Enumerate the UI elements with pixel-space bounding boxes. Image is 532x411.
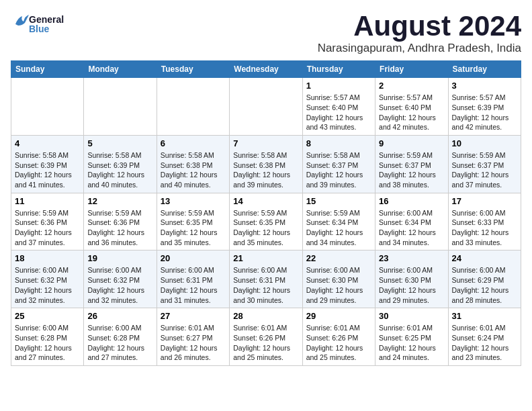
calendar-cell: 24Sunrise: 6:00 AMSunset: 6:29 PMDayligh…	[448, 250, 521, 308]
calendar-cell: 5Sunrise: 5:58 AMSunset: 6:39 PMDaylight…	[84, 135, 157, 193]
day-info: Sunrise: 6:01 AMSunset: 6:24 PMDaylight:…	[452, 323, 517, 363]
weekday-header-saturday: Saturday	[448, 61, 521, 78]
calendar-cell: 30Sunrise: 6:01 AMSunset: 6:25 PMDayligh…	[375, 308, 448, 366]
day-info: Sunrise: 5:59 AMSunset: 6:36 PMDaylight:…	[87, 208, 152, 248]
day-info: Sunrise: 5:59 AMSunset: 6:34 PMDaylight:…	[306, 208, 371, 248]
calendar-cell: 29Sunrise: 6:01 AMSunset: 6:26 PMDayligh…	[302, 308, 375, 366]
day-number: 12	[87, 196, 152, 206]
day-info: Sunrise: 5:59 AMSunset: 6:37 PMDaylight:…	[452, 150, 517, 190]
day-info: Sunrise: 6:01 AMSunset: 6:26 PMDaylight:…	[233, 323, 298, 363]
calendar-cell: 27Sunrise: 6:01 AMSunset: 6:27 PMDayligh…	[157, 308, 229, 366]
day-info: Sunrise: 6:00 AMSunset: 6:33 PMDaylight:…	[452, 208, 517, 248]
weekday-header-friday: Friday	[375, 61, 448, 78]
calendar-week-1: 1Sunrise: 5:57 AMSunset: 6:40 PMDaylight…	[11, 78, 521, 136]
day-number: 5	[87, 138, 152, 148]
day-info: Sunrise: 6:01 AMSunset: 6:25 PMDaylight:…	[379, 323, 444, 363]
weekday-header-monday: Monday	[84, 61, 157, 78]
day-number: 25	[15, 311, 80, 321]
day-number: 4	[15, 138, 80, 148]
logo-svg: GeneralBlue	[11, 11, 71, 41]
calendar-table: SundayMondayTuesdayWednesdayThursdayFrid…	[11, 60, 521, 366]
day-number: 29	[306, 311, 371, 321]
day-number: 31	[452, 311, 517, 321]
calendar-week-5: 25Sunrise: 6:00 AMSunset: 6:28 PMDayligh…	[11, 308, 521, 366]
logo: GeneralBlue	[11, 11, 71, 41]
day-number: 8	[306, 138, 371, 148]
day-info: Sunrise: 6:00 AMSunset: 6:34 PMDaylight:…	[379, 208, 444, 248]
day-info: Sunrise: 6:00 AMSunset: 6:28 PMDaylight:…	[87, 323, 152, 363]
day-info: Sunrise: 5:59 AMSunset: 6:37 PMDaylight:…	[379, 150, 444, 190]
day-number: 30	[379, 311, 444, 321]
day-number: 2	[379, 81, 444, 91]
day-info: Sunrise: 5:59 AMSunset: 6:35 PMDaylight:…	[161, 208, 226, 248]
day-info: Sunrise: 5:58 AMSunset: 6:38 PMDaylight:…	[233, 150, 298, 190]
day-info: Sunrise: 6:00 AMSunset: 6:28 PMDaylight:…	[15, 323, 80, 363]
day-info: Sunrise: 6:00 AMSunset: 6:31 PMDaylight:…	[161, 265, 226, 305]
month-year: August 2024	[318, 11, 521, 42]
day-number: 28	[233, 311, 298, 321]
day-info: Sunrise: 5:59 AMSunset: 6:36 PMDaylight:…	[15, 208, 80, 248]
calendar-cell: 3Sunrise: 5:57 AMSunset: 6:39 PMDaylight…	[448, 78, 521, 136]
svg-text:Blue: Blue	[29, 24, 50, 34]
day-info: Sunrise: 5:58 AMSunset: 6:39 PMDaylight:…	[15, 150, 80, 190]
day-number: 16	[379, 196, 444, 206]
day-info: Sunrise: 5:58 AMSunset: 6:37 PMDaylight:…	[306, 150, 371, 190]
calendar-cell: 11Sunrise: 5:59 AMSunset: 6:36 PMDayligh…	[11, 193, 84, 250]
day-number: 20	[161, 253, 226, 263]
weekday-header-tuesday: Tuesday	[157, 61, 229, 78]
day-number: 7	[233, 138, 298, 148]
calendar-week-3: 11Sunrise: 5:59 AMSunset: 6:36 PMDayligh…	[11, 193, 521, 250]
calendar-cell: 22Sunrise: 6:00 AMSunset: 6:30 PMDayligh…	[302, 250, 375, 308]
day-number: 1	[306, 81, 371, 91]
day-number: 13	[161, 196, 226, 206]
day-number: 17	[452, 196, 517, 206]
day-number: 26	[87, 311, 152, 321]
day-number: 15	[306, 196, 371, 206]
day-info: Sunrise: 6:00 AMSunset: 6:31 PMDaylight:…	[233, 265, 298, 305]
calendar-cell: 1Sunrise: 5:57 AMSunset: 6:40 PMDaylight…	[302, 78, 375, 136]
day-info: Sunrise: 5:58 AMSunset: 6:39 PMDaylight:…	[87, 150, 152, 190]
calendar-cell: 12Sunrise: 5:59 AMSunset: 6:36 PMDayligh…	[84, 193, 157, 250]
day-info: Sunrise: 6:01 AMSunset: 6:27 PMDaylight:…	[161, 323, 226, 363]
day-info: Sunrise: 6:00 AMSunset: 6:32 PMDaylight:…	[15, 265, 80, 305]
day-number: 6	[161, 138, 226, 148]
title-block: August 2024 Narasingapuram, Andhra Prade…	[318, 11, 521, 55]
calendar-cell: 16Sunrise: 6:00 AMSunset: 6:34 PMDayligh…	[375, 193, 448, 250]
calendar-cell: 25Sunrise: 6:00 AMSunset: 6:28 PMDayligh…	[11, 308, 84, 366]
calendar-cell: 19Sunrise: 6:00 AMSunset: 6:32 PMDayligh…	[84, 250, 157, 308]
calendar-cell: 15Sunrise: 5:59 AMSunset: 6:34 PMDayligh…	[302, 193, 375, 250]
day-info: Sunrise: 5:57 AMSunset: 6:40 PMDaylight:…	[379, 93, 444, 132]
day-number: 27	[161, 311, 226, 321]
weekday-header-thursday: Thursday	[302, 61, 375, 78]
calendar-cell: 20Sunrise: 6:00 AMSunset: 6:31 PMDayligh…	[157, 250, 229, 308]
calendar-cell: 10Sunrise: 5:59 AMSunset: 6:37 PMDayligh…	[448, 135, 521, 193]
calendar-cell: 18Sunrise: 6:00 AMSunset: 6:32 PMDayligh…	[11, 250, 84, 308]
day-number: 19	[87, 253, 152, 263]
calendar-cell: 17Sunrise: 6:00 AMSunset: 6:33 PMDayligh…	[448, 193, 521, 250]
calendar-cell	[230, 78, 302, 136]
day-number: 23	[379, 253, 444, 263]
calendar-cell: 13Sunrise: 5:59 AMSunset: 6:35 PMDayligh…	[157, 193, 229, 250]
day-number: 24	[452, 253, 517, 263]
day-number: 18	[15, 253, 80, 263]
calendar-cell: 14Sunrise: 5:59 AMSunset: 6:35 PMDayligh…	[230, 193, 302, 250]
day-number: 22	[306, 253, 371, 263]
calendar-cell: 23Sunrise: 6:00 AMSunset: 6:30 PMDayligh…	[375, 250, 448, 308]
weekday-header-sunday: Sunday	[11, 61, 84, 78]
day-number: 9	[379, 138, 444, 148]
weekday-header-row: SundayMondayTuesdayWednesdayThursdayFrid…	[11, 61, 521, 78]
calendar-cell: 4Sunrise: 5:58 AMSunset: 6:39 PMDaylight…	[11, 135, 84, 193]
calendar-cell: 2Sunrise: 5:57 AMSunset: 6:40 PMDaylight…	[375, 78, 448, 136]
calendar-cell: 21Sunrise: 6:00 AMSunset: 6:31 PMDayligh…	[230, 250, 302, 308]
day-number: 11	[15, 196, 80, 206]
calendar-cell	[84, 78, 157, 136]
calendar-cell: 26Sunrise: 6:00 AMSunset: 6:28 PMDayligh…	[84, 308, 157, 366]
calendar-cell	[157, 78, 229, 136]
calendar-cell: 31Sunrise: 6:01 AMSunset: 6:24 PMDayligh…	[448, 308, 521, 366]
calendar-cell: 28Sunrise: 6:01 AMSunset: 6:26 PMDayligh…	[230, 308, 302, 366]
location: Narasingapuram, Andhra Pradesh, India	[318, 42, 521, 55]
calendar-cell: 8Sunrise: 5:58 AMSunset: 6:37 PMDaylight…	[302, 135, 375, 193]
day-info: Sunrise: 6:00 AMSunset: 6:30 PMDaylight:…	[306, 265, 371, 305]
day-info: Sunrise: 5:59 AMSunset: 6:35 PMDaylight:…	[233, 208, 298, 248]
day-number: 3	[452, 81, 517, 91]
